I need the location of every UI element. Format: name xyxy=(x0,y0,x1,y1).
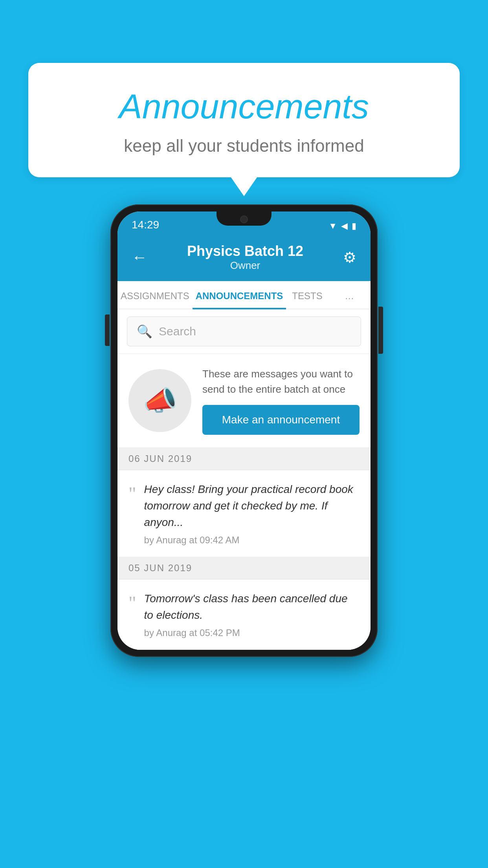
announcement-item-1[interactable]: " Hey class! Bring your practical record… xyxy=(117,470,371,557)
phone-screen: 14:29 ▼ ◀ ▮ ← Physics Batch 12 Owner ⚙ xyxy=(117,211,371,650)
app-header: ← Physics Batch 12 Owner ⚙ xyxy=(117,235,371,281)
header-title-section: Physics Batch 12 Owner xyxy=(187,243,303,272)
promo-description: These are messages you want to send to t… xyxy=(202,366,360,397)
settings-icon[interactable]: ⚙ xyxy=(343,249,356,266)
announcement-content-1: Hey class! Bring your practical record b… xyxy=(144,481,360,546)
bubble-title: Announcements xyxy=(60,86,428,127)
tab-announcements[interactable]: ANNOUNCEMENTS xyxy=(193,281,286,309)
search-container: 🔍 Search xyxy=(117,309,371,354)
megaphone-icon: 📣 xyxy=(143,384,177,417)
tab-more[interactable]: … xyxy=(328,281,371,309)
date-separator-2: 05 JUN 2019 xyxy=(117,557,371,579)
tab-assignments[interactable]: ASSIGNMENTS xyxy=(117,281,193,309)
announcement-content-2: Tomorrow's class has been cancelled due … xyxy=(144,590,360,638)
camera xyxy=(240,215,248,223)
wifi-icon: ▼ xyxy=(328,221,337,231)
bubble-subtitle: keep all your students informed xyxy=(60,136,428,156)
back-button[interactable]: ← xyxy=(132,248,147,266)
quote-icon-1: " xyxy=(128,484,136,503)
announcement-text-2: Tomorrow's class has been cancelled due … xyxy=(144,590,360,623)
promo-section: 📣 These are messages you want to send to… xyxy=(117,354,371,448)
tab-tests[interactable]: TESTS xyxy=(286,281,328,309)
quote-icon-2: " xyxy=(128,594,136,612)
promo-right: These are messages you want to send to t… xyxy=(202,366,360,435)
announcement-meta-1: by Anurag at 09:42 AM xyxy=(144,535,360,546)
speech-bubble: Announcements keep all your students inf… xyxy=(28,63,460,177)
announcement-item-2[interactable]: " Tomorrow's class has been cancelled du… xyxy=(117,579,371,650)
battery-icon: ▮ xyxy=(352,221,356,231)
megaphone-icon-circle: 📣 xyxy=(128,369,191,432)
phone-mockup: 14:29 ▼ ◀ ▮ ← Physics Batch 12 Owner ⚙ xyxy=(110,204,378,657)
batch-subtitle: Owner xyxy=(187,259,303,272)
batch-title: Physics Batch 12 xyxy=(187,243,303,259)
make-announcement-button[interactable]: Make an announcement xyxy=(202,405,360,435)
search-bar[interactable]: 🔍 Search xyxy=(127,316,361,346)
search-placeholder-text: Search xyxy=(159,325,196,338)
tab-bar: ASSIGNMENTS ANNOUNCEMENTS TESTS … xyxy=(117,281,371,309)
signal-icon: ◀ xyxy=(341,221,348,231)
announcement-text-1: Hey class! Bring your practical record b… xyxy=(144,481,360,531)
phone-notch xyxy=(216,211,272,226)
status-time: 14:29 xyxy=(132,219,159,231)
date-separator-1: 06 JUN 2019 xyxy=(117,448,371,470)
speech-bubble-container: Announcements keep all your students inf… xyxy=(28,63,460,177)
status-icons: ▼ ◀ ▮ xyxy=(328,221,356,231)
search-icon: 🔍 xyxy=(137,324,152,339)
announcement-meta-2: by Anurag at 05:42 PM xyxy=(144,627,360,638)
phone-outer: 14:29 ▼ ◀ ▮ ← Physics Batch 12 Owner ⚙ xyxy=(110,204,378,657)
